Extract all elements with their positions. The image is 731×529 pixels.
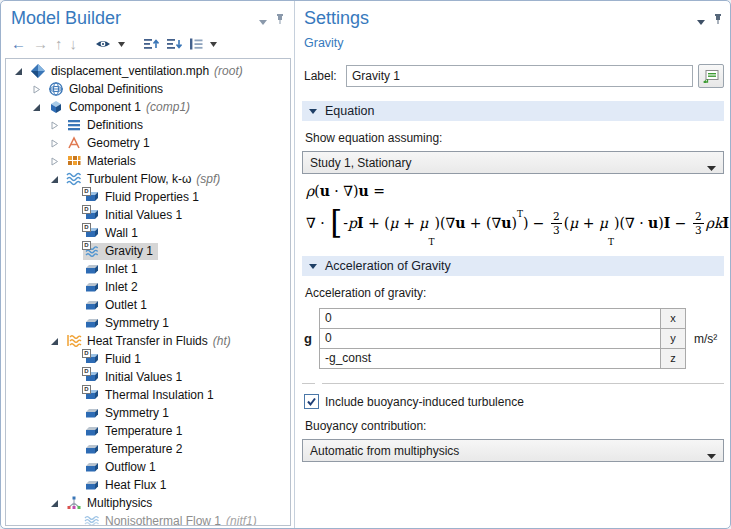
panel-menu-chevron-icon[interactable] [259, 11, 267, 29]
settings-menu-chevron-icon[interactable] [697, 11, 705, 29]
tree-item-heat-flux-1[interactable]: Heat Flux 1 [6, 476, 290, 494]
boundary-icon [84, 423, 100, 439]
expanded-expander-icon[interactable] [32, 102, 43, 112]
tree-item-label: Wall 1 [105, 226, 138, 240]
eq-token: T [428, 237, 434, 247]
domain-icon: D [84, 387, 100, 403]
eq-token: · ∇ [330, 183, 353, 199]
expand-all-button[interactable] [166, 35, 182, 53]
eq-token: μ [569, 215, 578, 231]
acceleration-section-header[interactable]: Acceleration of Gravity [302, 256, 724, 276]
expander-spacer [68, 408, 79, 418]
tree-item-thermal-insulation-1[interactable]: DThermal Insulation 1 [6, 386, 290, 404]
move-down-button[interactable]: ↓ [70, 35, 78, 53]
collapsed-expander-icon[interactable] [50, 138, 61, 148]
tree-item-fluid-properties-1[interactable]: DFluid Properties 1 [6, 188, 290, 206]
tree-item-displacement-ventilation-mph[interactable]: displacement_ventilation.mph(root) [6, 62, 290, 80]
tree-item-definitions[interactable]: Definitions [6, 116, 290, 134]
tree-item-symmetry-1[interactable]: Symmetry 1 [6, 404, 290, 422]
collapsed-expander-icon[interactable] [50, 156, 61, 166]
rename-button[interactable] [698, 64, 724, 88]
expanded-expander-icon[interactable] [14, 66, 25, 76]
expander-spacer [68, 318, 79, 328]
study-dropdown-value: Study 1, Stationary [310, 156, 411, 170]
node-text-chevron-icon[interactable] [210, 35, 217, 53]
buoyancy-turbulence-checkbox[interactable] [304, 394, 319, 409]
collapsed-expander-icon[interactable] [50, 120, 61, 130]
tree-item-outlet-1[interactable]: Outlet 1 [6, 296, 290, 314]
settings-node-link[interactable]: Gravity [304, 36, 724, 50]
domain-badge: D [82, 367, 91, 376]
expanded-expander-icon[interactable] [50, 174, 61, 184]
eq-token: μ [599, 215, 608, 231]
label-input[interactable]: Gravity 1 [346, 65, 693, 87]
tree-item-wall-1[interactable]: DWall 1 [6, 224, 290, 242]
equation-section-title: Equation [325, 104, 374, 118]
tree-item-geometry-1[interactable]: Geometry 1 [6, 134, 290, 152]
tree-item-content: Temperature 1 [83, 423, 187, 440]
label-input-value: Gravity 1 [352, 69, 400, 83]
expanded-expander-icon[interactable] [50, 336, 61, 346]
show-eye-button[interactable] [95, 35, 111, 53]
gravity-z-input[interactable]: -g_const [319, 348, 661, 369]
tree-item-temperature-1[interactable]: Temperature 1 [6, 422, 290, 440]
tree-item-annotation: (comp1) [146, 100, 190, 114]
tree-item-materials[interactable]: Materials [6, 152, 290, 170]
root-icon [30, 63, 46, 79]
buoyancy-contribution-dropdown[interactable]: Automatic from multiphysics [302, 439, 724, 462]
axis-label-z: z [660, 348, 686, 369]
expander-spacer [68, 192, 79, 202]
node-text-button[interactable] [189, 35, 203, 53]
tree-item-content: Symmetry 1 [83, 405, 174, 422]
pin-icon[interactable] [275, 11, 285, 29]
tree-item-annotation: (nitf1) [226, 514, 257, 526]
expander-spacer [68, 354, 79, 364]
tree-item-temperature-2[interactable]: Temperature 2 [6, 440, 290, 458]
tree-item-initial-values-1[interactable]: DInitial Values 1 [6, 368, 290, 386]
buoyancy-turbulence-label: Include buoyancy-induced turbulence [325, 395, 524, 409]
expander-spacer [68, 516, 79, 526]
eq-token: 23 [551, 211, 562, 235]
tree-item-global-definitions[interactable]: Global Definitions [6, 80, 290, 98]
eq-token: + ( [364, 215, 390, 231]
eq-token: T [517, 209, 523, 219]
tree-item-multiphysics[interactable]: Multiphysics [6, 494, 290, 512]
tree-item-symmetry-1[interactable]: Symmetry 1 [6, 314, 290, 332]
expanded-expander-icon[interactable] [50, 498, 61, 508]
tree-item-label: Initial Values 1 [105, 370, 182, 384]
tree-item-label: Component 1 [69, 100, 141, 114]
tree-item-component-1[interactable]: Component 1(comp1) [6, 98, 290, 116]
eq-token: ρ [306, 183, 314, 199]
eq-token: ) − [523, 215, 549, 231]
tree-item-outflow-1[interactable]: Outflow 1 [6, 458, 290, 476]
domain-badge: D [82, 385, 91, 394]
collapse-all-button[interactable] [143, 35, 159, 53]
equation-line-2: ∇ · [-pI + (μ + μT)(∇u + (∇u)T) − 23(μ +… [306, 203, 724, 243]
collapsed-expander-icon[interactable] [32, 84, 43, 94]
tree-item-content: DInitial Values 1 [83, 369, 187, 386]
gravity-vector-table: 0 x 0 y -g_const z [319, 308, 686, 369]
equation-section-header[interactable]: Equation [302, 101, 724, 121]
settings-pin-icon[interactable] [713, 11, 723, 29]
tree-item-fluid-1[interactable]: DFluid 1 [6, 350, 290, 368]
tree-item-initial-values-1[interactable]: DInitial Values 1 [6, 206, 290, 224]
show-menu-chevron-icon[interactable] [118, 35, 125, 53]
tree-item-label: Symmetry 1 [105, 316, 169, 330]
tree-item-gravity-1[interactable]: DGravity 1 [6, 242, 290, 260]
gravity-x-input[interactable]: 0 [319, 308, 661, 329]
eq-token: u [648, 215, 658, 231]
move-up-button[interactable]: ↑ [55, 35, 63, 53]
gravity-vector-symbol: g [304, 331, 319, 346]
tree-item-inlet-1[interactable]: Inlet 1 [6, 260, 290, 278]
tree-item-content: DFluid Properties 1 [83, 189, 204, 206]
gravity-unit-label: m/s² [694, 332, 724, 346]
tree-item-content: Nonisothermal Flow 1(nitf1) [83, 513, 262, 527]
study-dropdown[interactable]: Study 1, Stationary [302, 151, 724, 174]
back-button[interactable]: ← [11, 35, 26, 53]
tree-item-nonisothermal-flow-1[interactable]: Nonisothermal Flow 1(nitf1) [6, 512, 290, 526]
tree-item-heat-transfer-in-fluids[interactable]: Heat Transfer in Fluids(ht) [6, 332, 290, 350]
tree-item-turbulent-flow-k[interactable]: Turbulent Flow, k-ω(spf) [6, 170, 290, 188]
tree-item-inlet-2[interactable]: Inlet 2 [6, 278, 290, 296]
forward-button[interactable]: → [33, 35, 48, 53]
gravity-y-input[interactable]: 0 [319, 328, 661, 349]
